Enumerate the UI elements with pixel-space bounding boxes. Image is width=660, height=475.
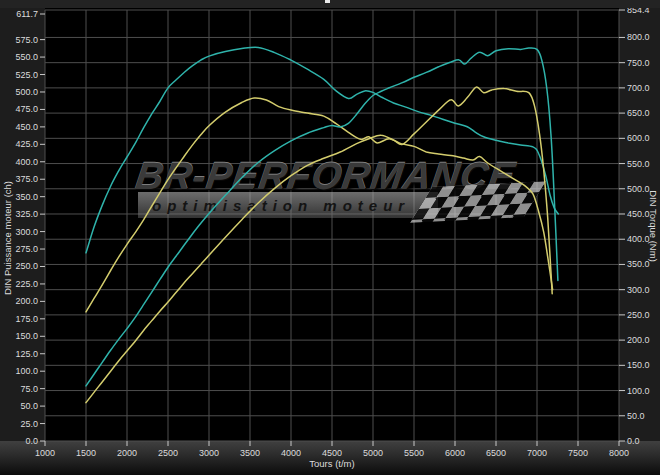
svg-text:611.7: 611.7 [16,9,38,19]
svg-text:525.0: 525.0 [15,70,38,80]
svg-text:575.0: 575.0 [15,35,38,45]
svg-text:500.0: 500.0 [15,87,38,97]
svg-text:375.0: 375.0 [15,174,38,184]
cropped-title-remnant [325,0,330,3]
svg-text:750.0: 750.0 [627,58,650,68]
svg-text:300.0: 300.0 [627,285,650,295]
svg-text:250.0: 250.0 [627,310,650,320]
svg-text:600.0: 600.0 [627,133,650,143]
svg-text:100.0: 100.0 [627,386,650,396]
svg-text:175.0: 175.0 [15,314,38,324]
svg-text:475.0: 475.0 [15,104,38,114]
svg-text:800.0: 800.0 [627,32,650,42]
svg-text:450.0: 450.0 [627,209,650,219]
top-strip [0,0,660,8]
svg-text:200.0: 200.0 [15,296,38,306]
svg-text:200.0: 200.0 [627,335,650,345]
left-axis-title: DIN Puissance moteur (ch) [2,181,13,295]
svg-text:550.0: 550.0 [627,159,650,169]
plot-area [45,8,619,441]
svg-text:350.0: 350.0 [15,192,38,202]
svg-text:150.0: 150.0 [15,331,38,341]
svg-text:50.0: 50.0 [20,401,38,411]
watermark-subtitle: optimisation moteur [138,197,410,214]
watermark: BR-Performance optimisation moteur [136,158,534,222]
svg-text:550.0: 550.0 [15,52,38,62]
right-axis-title: DIN Torque (Nm) [648,190,659,262]
svg-text:275.0: 275.0 [15,244,38,254]
svg-text:400.0: 400.0 [15,157,38,167]
svg-text:500.0: 500.0 [627,184,650,194]
svg-text:325.0: 325.0 [15,209,38,219]
svg-text:150.0: 150.0 [627,360,650,370]
svg-text:25.0: 25.0 [20,419,38,429]
svg-text:250.0: 250.0 [15,261,38,271]
svg-text:450.0: 450.0 [15,122,38,132]
svg-text:50.0: 50.0 [627,411,645,421]
svg-text:100.0: 100.0 [15,366,38,376]
dyno-chart-screen: 611.7575.0550.0525.0500.0475.0450.0425.0… [0,0,660,475]
svg-text:125.0: 125.0 [15,349,38,359]
svg-text:350.0: 350.0 [627,259,650,269]
watermark-band: optimisation moteur [138,192,438,218]
svg-text:400.0: 400.0 [627,234,650,244]
svg-text:700.0: 700.0 [627,83,650,93]
svg-text:650.0: 650.0 [627,108,650,118]
bottom-margin [0,441,660,475]
svg-text:425.0: 425.0 [15,139,38,149]
svg-text:300.0: 300.0 [15,227,38,237]
svg-text:225.0: 225.0 [15,279,38,289]
svg-text:75.0: 75.0 [20,384,38,394]
